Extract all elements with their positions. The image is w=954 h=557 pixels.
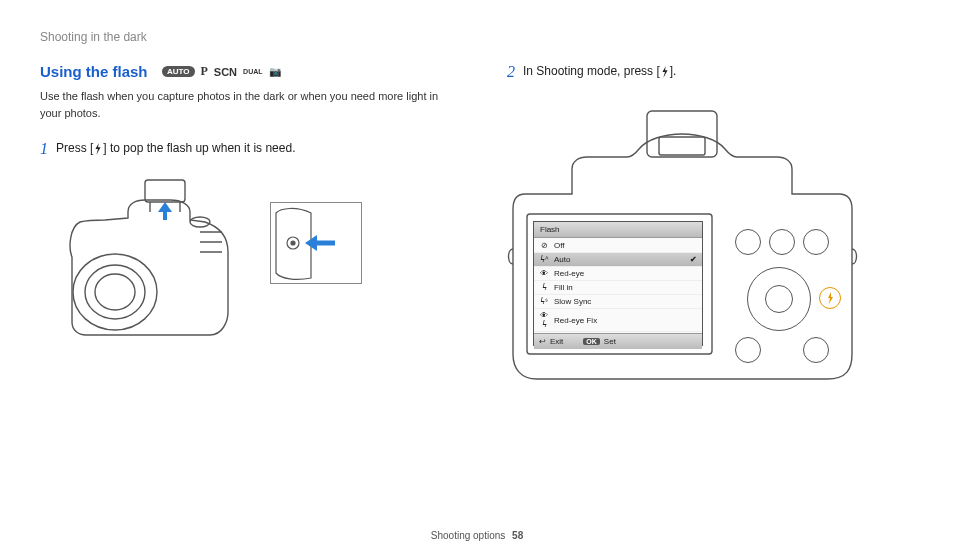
camera-flash-popup-illustration: [50, 172, 447, 362]
svg-rect-10: [659, 137, 705, 155]
camera-rear-illustration: Flash ⊘ Off ϟᴬ Auto ✔ 👁: [507, 99, 887, 399]
footer-exit: ↩ Exit: [539, 337, 563, 346]
left-column: Using the flash AUTO P SCN DUAL 📷 Use th…: [40, 62, 447, 399]
step-number: 1: [40, 139, 48, 158]
section-intro: Use the flash when you capture photos in…: [40, 88, 447, 121]
step-text-pre: In Shooting mode, press [: [523, 64, 660, 78]
mode-dual-icon: DUAL: [243, 68, 262, 75]
menu-item-label: Fill in: [554, 283, 573, 292]
svg-rect-3: [145, 180, 185, 202]
check-icon: ✔: [690, 255, 697, 264]
menu-item-auto: ϟᴬ Auto ✔: [534, 253, 702, 267]
menu-item-fillin: ϟ Fill in: [534, 281, 702, 295]
menu-title: Flash: [534, 222, 702, 238]
camera-ok-button: [765, 285, 793, 313]
off-icon: ⊘: [539, 241, 549, 250]
step-number: 2: [507, 62, 515, 81]
menu-item-redeyefix: 👁ϟ Red-eye Fix: [534, 309, 702, 332]
camera-button: [735, 229, 761, 255]
flash-icon: ϟ: [539, 283, 549, 292]
camera-button: [803, 337, 829, 363]
back-icon: ↩: [539, 337, 546, 346]
content-columns: Using the flash AUTO P SCN DUAL 📷 Use th…: [40, 62, 914, 399]
page-footer: Shooting options 58: [0, 530, 954, 541]
flash-icon: [93, 143, 103, 155]
svg-point-8: [291, 241, 295, 245]
breadcrumb: Shooting in the dark: [40, 30, 914, 44]
camera-button: [803, 229, 829, 255]
slowsync-icon: ϟˢ: [539, 297, 549, 306]
footer-set: OK Set: [583, 337, 616, 346]
lcd-screen: Flash ⊘ Off ϟᴬ Auto ✔ 👁: [533, 221, 703, 346]
mode-scn-icon: SCN: [214, 66, 237, 78]
section-title: Using the flash: [40, 63, 148, 80]
menu-item-label: Off: [554, 241, 565, 250]
camera-button: [735, 337, 761, 363]
svg-point-1: [85, 265, 145, 319]
step-text-post: ].: [670, 64, 677, 78]
menu-item-label: Auto: [554, 255, 570, 264]
section-header: Using the flash AUTO P SCN DUAL 📷: [40, 62, 447, 80]
exit-label: Exit: [550, 337, 563, 346]
set-label: Set: [604, 337, 616, 346]
step-2: 2 In Shooting mode, press [].: [507, 62, 914, 81]
step-text-pre: Press [: [56, 141, 93, 155]
camera-button: [769, 229, 795, 255]
redeyefix-icon: 👁ϟ: [539, 311, 549, 329]
flash-icon: [660, 66, 670, 78]
mode-icons: AUTO P SCN DUAL 📷: [162, 64, 281, 79]
redeye-icon: 👁: [539, 269, 549, 278]
flash-auto-icon: ϟᴬ: [539, 255, 549, 264]
manual-page: Shooting in the dark Using the flash AUT…: [0, 0, 954, 557]
mode-auto-icon: AUTO: [162, 66, 195, 77]
flash-release-detail: [270, 202, 362, 284]
menu-item-label: Slow Sync: [554, 297, 591, 306]
menu-item-slowsync: ϟˢ Slow Sync: [534, 295, 702, 309]
step-text-post: ] to pop the flash up when it is need.: [103, 141, 295, 155]
menu-item-label: Red-eye Fix: [554, 316, 597, 325]
right-column: 2 In Shooting mode, press [].: [507, 62, 914, 399]
step-1: 1 Press [] to pop the flash up when it i…: [40, 139, 447, 158]
mode-p-icon: P: [201, 64, 208, 79]
flash-menu-list: ⊘ Off ϟᴬ Auto ✔ 👁 Red-eye: [534, 238, 702, 333]
page-number: 58: [512, 530, 523, 541]
footer-section: Shooting options: [431, 530, 506, 541]
menu-item-label: Red-eye: [554, 269, 584, 278]
mode-camera-icon: 📷: [269, 66, 281, 77]
svg-point-2: [95, 274, 135, 310]
menu-item-redeye: 👁 Red-eye: [534, 267, 702, 281]
step-text: In Shooting mode, press [].: [523, 62, 676, 81]
camera-flash-button: [819, 287, 841, 309]
step-text: Press [] to pop the flash up when it is …: [56, 139, 295, 158]
menu-footer: ↩ Exit OK Set: [534, 333, 702, 349]
flash-icon: [820, 288, 840, 308]
menu-item-off: ⊘ Off: [534, 239, 702, 253]
ok-icon: OK: [583, 338, 600, 345]
